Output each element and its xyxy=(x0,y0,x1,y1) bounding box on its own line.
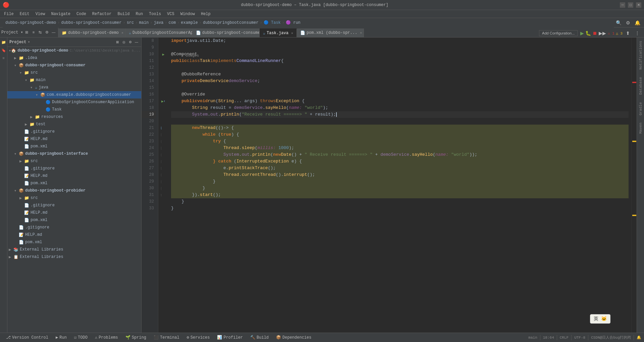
sidebar-gradle[interactable]: Gradle xyxy=(639,100,643,118)
tab-todo[interactable]: ☑ TODO xyxy=(71,334,91,342)
menu-build[interactable]: Build xyxy=(115,11,132,17)
close-button[interactable]: ✕ xyxy=(636,2,641,8)
tree-item-extlib[interactable]: ▶ 📚 External Libraries xyxy=(7,246,141,253)
tree-item-prov-src[interactable]: ▶ 📁 src xyxy=(7,194,141,202)
menu-tools[interactable]: Tools xyxy=(146,11,164,17)
tree-item-root-pom[interactable]: 📄 pom.xml xyxy=(7,238,141,246)
breadcrumb-run[interactable]: 🟣 run xyxy=(286,20,301,25)
run-gutter-icon[interactable]: ▶ xyxy=(162,52,165,57)
breadcrumb-example[interactable]: example xyxy=(181,20,198,25)
menu-help[interactable]: Help xyxy=(198,11,213,17)
tab-dependencies[interactable]: 📦 Dependencies xyxy=(273,334,315,342)
tree-item-cgitignore[interactable]: 📄 .gitignore xyxy=(7,128,141,135)
tree-item-pkg[interactable]: ▾ 📦 com.example.dubbospringbootconsumer xyxy=(7,91,141,98)
tree-item-root-git[interactable]: 📄 .gitignore xyxy=(7,224,141,231)
tree-item-pgit[interactable]: 📄 .gitignore xyxy=(7,202,141,209)
maximize-button[interactable]: □ xyxy=(628,2,633,8)
run-gutter-17[interactable]: ▶ xyxy=(161,99,164,104)
tab-profiler[interactable]: 📊 Profiler xyxy=(214,334,246,342)
menu-navigate[interactable]: Navigate xyxy=(48,11,73,17)
tree-item-consumer-src[interactable]: ▾ 📁 src xyxy=(7,69,141,76)
add-config-button[interactable]: Add Configuration... xyxy=(539,30,578,36)
menu-code[interactable]: Code xyxy=(74,11,89,17)
tab-demo[interactable]: 📁 dubbo-springboot-demo ✕ xyxy=(58,28,125,37)
tree-item-iface-src[interactable]: ▶ 📁 src xyxy=(7,157,141,165)
expand-editor-button[interactable]: ⬆ xyxy=(624,29,632,37)
bookmark-icon[interactable]: 🔖 xyxy=(0,47,7,54)
breadcrumb-task[interactable]: 🔵 Task xyxy=(264,20,281,25)
menu-refactor[interactable]: Refactor xyxy=(90,11,114,17)
sidebar-database[interactable]: Database xyxy=(639,75,643,97)
run-button[interactable]: ▶ xyxy=(580,30,584,36)
project-icon1[interactable]: ⊞ xyxy=(24,28,30,36)
project-icon3[interactable]: ⇆ xyxy=(37,28,43,36)
tab-app[interactable]: ☕ DubboSpringbootConsumerApplication.jav… xyxy=(125,28,193,37)
project-gear[interactable]: ⚙ xyxy=(44,28,50,36)
project-selector[interactable]: Project ▾ xyxy=(1,30,23,35)
stop-button[interactable]: ⏹ xyxy=(592,30,597,36)
tree-item-idea[interactable]: ▶ 📁 .idea xyxy=(7,54,141,62)
breadcrumb-src[interactable]: src xyxy=(127,20,134,25)
tab-pom-close[interactable]: ✕ xyxy=(360,31,362,35)
tab-problems[interactable]: ⚠ Problems xyxy=(92,334,121,342)
minimize-button[interactable]: ─ xyxy=(620,2,625,8)
tab-run[interactable]: ▶ Run xyxy=(52,334,70,342)
tree-item-phelp[interactable]: 📝 HELP.md xyxy=(7,209,141,216)
tab-yaml[interactable]: 📄 dubbo-springboot-consumer\...\applicat… xyxy=(193,28,260,37)
sidebar-maven[interactable]: Maven xyxy=(639,121,643,136)
code-content[interactable]: import java.util.Date; @Component 2 usag… xyxy=(168,38,631,333)
breadcrumb-main[interactable]: main xyxy=(139,20,149,25)
tree-item-root-help[interactable]: 📝 HELP.md xyxy=(7,231,141,238)
tree-item-ihelp[interactable]: 📝 HELP.md xyxy=(7,172,141,180)
settings-button[interactable]: ⚙ xyxy=(624,19,632,27)
tree-item-scratches[interactable]: ▶ 📋 External Libraries xyxy=(7,253,141,261)
tab-build[interactable]: 🔨 Build xyxy=(247,334,272,342)
project-locate[interactable]: ◎ xyxy=(121,40,126,45)
tree-item-consumer-main[interactable]: ▾ 📁 main xyxy=(7,76,141,84)
project-dropdown-icon[interactable]: ▾ xyxy=(28,40,30,45)
tree-item-task-class[interactable]: 🔵 Task xyxy=(7,106,141,113)
menu-vcs[interactable]: VCS xyxy=(164,11,177,17)
tree-item-chelp[interactable]: 📝 HELP.md xyxy=(7,135,141,143)
breadcrumb-com[interactable]: com xyxy=(169,20,176,25)
breadcrumb-demo[interactable]: dubbo-springboot-demo xyxy=(5,20,56,25)
tab-pom[interactable]: 📄 pom.xml (dubbo-spr... ✕ xyxy=(297,28,364,37)
tree-item-interface[interactable]: ▾ 📦 dubbo-springboot-interface xyxy=(7,150,141,157)
project-tree[interactable]: ▾ 🏠 dubbo-springboot-demo C:\Users\15031… xyxy=(7,47,141,333)
menu-view[interactable]: View xyxy=(33,11,48,17)
tab-task-close[interactable]: ✕ xyxy=(291,31,293,35)
tree-item-test[interactable]: ▶ 📁 test xyxy=(7,121,141,128)
tab-demo-close[interactable]: ✕ xyxy=(121,31,123,35)
tree-item-consumer-java[interactable]: ▾ ☕ java xyxy=(7,84,141,91)
tree-item-ipom[interactable]: 📄 pom.xml xyxy=(7,180,141,187)
breadcrumb-consumer[interactable]: dubbo-springboot-consumer xyxy=(61,20,121,25)
project-tool-icon[interactable]: 📁 xyxy=(0,39,7,46)
menu-window[interactable]: Window xyxy=(178,11,198,17)
tab-spring[interactable]: 🌱 Spring xyxy=(122,334,150,342)
tree-item-root[interactable]: ▾ 🏠 dubbo-springboot-demo C:\Users\15031… xyxy=(7,47,141,54)
project-close[interactable]: — xyxy=(134,40,139,45)
breadcrumb-java[interactable]: java xyxy=(154,20,164,25)
tree-item-resources[interactable]: ▶ 📁 resources xyxy=(7,113,141,121)
tab-services[interactable]: ⚙ Services xyxy=(183,334,213,342)
tree-item-ppom[interactable]: 📄 pom.xml xyxy=(7,216,141,224)
sidebar-notifications[interactable]: Notifications xyxy=(639,39,643,72)
project-minus[interactable]: — xyxy=(51,28,57,36)
tree-item-provider[interactable]: ▾ 📦 dubbo-springboot-probider xyxy=(7,187,141,194)
project-collapse-all[interactable]: ⊠ xyxy=(115,40,120,45)
tree-item-cpom[interactable]: 📄 pom.xml xyxy=(7,143,141,150)
menu-file[interactable]: File xyxy=(1,11,16,17)
project-settings-btn[interactable]: ⚙ xyxy=(127,40,133,45)
breadcrumb-pkg[interactable]: dubbospringbootconsumer xyxy=(203,20,259,25)
tree-item-igit[interactable]: 📄 .gitignore xyxy=(7,165,141,172)
tree-item-app-class[interactable]: 🔵 DubboSpringbootConsumerApplication xyxy=(7,98,141,106)
search-everywhere-button[interactable]: 🔍 xyxy=(614,19,623,27)
menu-run[interactable]: Run xyxy=(133,11,146,17)
debug-button[interactable]: 🐛 xyxy=(585,30,591,36)
structure-icon[interactable]: ≡ xyxy=(0,55,7,62)
tab-terminal[interactable]: ⬛ Terminal xyxy=(150,334,183,342)
menu-edit[interactable]: Edit xyxy=(17,11,32,17)
notifications-button[interactable]: 🔔 xyxy=(633,19,641,27)
project-icon2[interactable]: ≡ xyxy=(31,28,37,36)
more-run-button[interactable]: ▶▶ xyxy=(598,29,606,37)
